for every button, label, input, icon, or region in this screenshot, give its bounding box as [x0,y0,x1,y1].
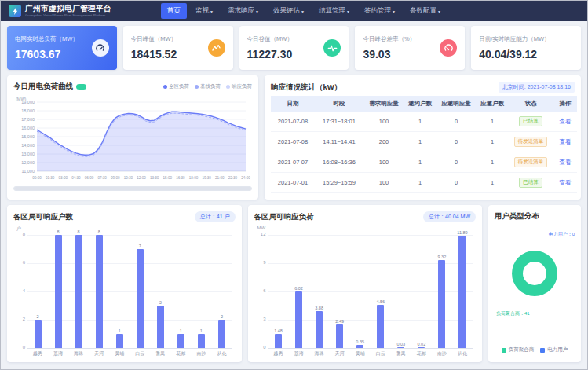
svg-text:13,000: 13,000 [21,152,35,156]
svg-text:12,000: 12,000 [21,160,35,165]
chart-zoom-scrollbar[interactable] [13,186,252,191]
scrollbar-handle[interactable] [14,187,251,190]
bar [438,260,445,348]
app-root: 广州市虚拟电厂管理平台 Guangzhou Virtual Power Plan… [1,1,587,367]
bar-value-label: 2.49 [335,319,344,324]
y-axis-label: MW [257,225,266,230]
svg-text:15:00: 15:00 [163,176,173,180]
bar [275,334,282,348]
bar [377,305,384,348]
kpi-realtime-total-load: 电网实时总负荷（MW） 17603.67 [7,26,117,70]
svg-text:10:30: 10:30 [124,176,133,180]
user-type-title: 用户类型分布 [495,211,539,222]
middle-row: 今日用电负荷曲线 全区负荷 基线负荷 响应负荷 (MW)19,00018,000… [7,75,581,200]
kpi-response-capacity: 日前/实时响应能力（MW） 40.04/39.12 [471,26,581,70]
column-header: 需求响应量 [363,96,404,112]
bar-value-label: 0.02 [417,342,425,346]
view-link[interactable]: 查看 [560,159,572,166]
user-type-card: 用户类型分布 电力用户：0 负荷聚合商：41 负荷聚合商 电力用户 [488,205,581,362]
x-axis-category: 天河 [335,348,345,357]
x-axis-category: 花都 [417,348,426,357]
svg-text:18:00: 18:00 [189,176,199,180]
x-axis-category: 荔湾 [53,348,63,357]
legend-item-total-load[interactable]: 全区负荷 [163,83,189,90]
table-row: 2021-07-0716:08~16:36100101待发送清单查看 [271,152,577,173]
column-header: 应邀响应量 [436,96,477,112]
svg-text:19,000: 19,000 [21,100,35,104]
kpi-today-valley: 今日谷值（MW） 11227.30 [239,26,349,70]
svg-text:01:30: 01:30 [46,176,55,180]
load-curve-card: 今日用电负荷曲线 全区负荷 基线负荷 响应负荷 (MW)19,00018,000… [7,75,258,200]
kpi-label: 日前/实时响应能力（MW） [479,35,550,43]
svg-text:18,000: 18,000 [21,108,35,113]
bar-column: 1花都 [170,225,191,357]
legend-item-response-load[interactable]: 响应负荷 [226,83,252,90]
view-link[interactable]: 查看 [560,118,572,125]
legend-swatch [502,348,506,353]
bar [198,334,205,348]
district-load-card: 各区局可响应负荷 总计：40.04 MW MW1296301.48越秀6.02荔… [248,205,483,362]
kpi-label: 今日谷值（MW） [247,35,293,43]
svg-text:17,000: 17,000 [21,117,35,122]
nav-item-effect-evaluation[interactable]: 效果评估▾ [267,3,310,19]
bar-column: 0.02花都 [411,225,432,357]
table-row: 2021-07-0817:31~18:01100101已结算查看 [271,112,577,132]
donut-ring [512,251,557,296]
svg-text:21:00: 21:00 [215,176,225,180]
nav-item-contract[interactable]: 签约管理▾ [358,3,401,19]
bar-value-label: 9.32 [438,255,447,259]
bar-column: 8天河 [89,225,109,357]
nav-item-demand-response[interactable]: 需求响应▾ [221,3,265,19]
svg-text:00:00: 00:00 [32,176,42,180]
bar [218,320,225,348]
load-bar-chart: MW1296301.48越秀6.02荔湾3.88海珠2.49天河0.35黄埔4.… [254,225,477,357]
nav-item-settlement[interactable]: 结算管理▾ [312,3,356,19]
peak-icon [208,39,225,57]
bar-column: 2越秀 [27,225,48,357]
legend-dot [226,85,230,89]
bar-value-label: 8 [98,229,100,234]
bar-value-label: 7 [139,244,141,248]
svg-text:12:00: 12:00 [137,176,146,180]
donut-legend: 负荷聚合商 电力用户 [495,346,575,356]
bar-value-label: 3.88 [315,306,323,310]
nav-item-home[interactable]: 首页 [161,3,187,19]
title-tag [76,84,86,90]
svg-text:16:30: 16:30 [176,176,185,180]
donut-callout-aggregator: 负荷聚合商：41 [496,310,530,317]
x-axis-category: 番禺 [155,348,165,357]
svg-text:06:00: 06:00 [85,176,94,180]
bar-value-label: 2 [221,314,223,319]
column-header: 日期 [271,96,315,112]
donut-callout-power-user: 电力用户：0 [549,231,575,238]
bar-value-label: 8 [57,229,60,234]
bar-column: 8荔湾 [48,225,68,357]
chevron-down-icon: ▾ [210,9,213,14]
bar-value-label: 8 [78,229,80,234]
bar-column: 3番禺 [150,225,170,357]
chevron-down-icon: ▾ [393,9,395,14]
kpi-row: 电网实时总负荷（MW） 17603.67 今日峰值（MW） 18415.52 [7,26,581,70]
legend-item-power-user[interactable]: 电力用户 [540,346,568,354]
kpi-label: 今日峰值（MW） [131,35,177,43]
app-title: 广州市虚拟电厂管理平台 [25,5,119,13]
view-link[interactable]: 查看 [560,179,572,186]
households-chart-title: 各区局可响应户数 [13,212,73,222]
legend-item-aggregator[interactable]: 负荷聚合商 [502,346,535,354]
kpi-peak-valley-rate: 今日峰谷差率（%） 39.03 [355,26,465,70]
x-axis-category: 花都 [176,348,185,357]
kpi-value: 18415.52 [131,48,177,60]
beijing-time: 北京时间: 2021-07-08 18:16 [499,82,575,93]
load-curve-title: 今日用电负荷曲线 [13,82,73,92]
response-table-header: 日期时段需求响应量邀约户数应邀响应量应邀户数状态操作 [271,96,577,112]
x-axis-category: 黄埔 [115,348,124,357]
x-axis-category: 从化 [217,348,226,357]
x-axis-category: 越秀 [33,348,42,357]
x-axis-category: 白云 [135,348,144,357]
view-link[interactable]: 查看 [560,138,572,145]
nav-item-monitor[interactable]: 监视▾ [189,3,219,19]
bar-value-label: 0.03 [396,342,405,346]
legend-item-baseline-load[interactable]: 基线负荷 [195,83,221,90]
nav-item-parameters[interactable]: 参数配置▾ [404,3,447,19]
svg-text:19:30: 19:30 [202,176,211,180]
